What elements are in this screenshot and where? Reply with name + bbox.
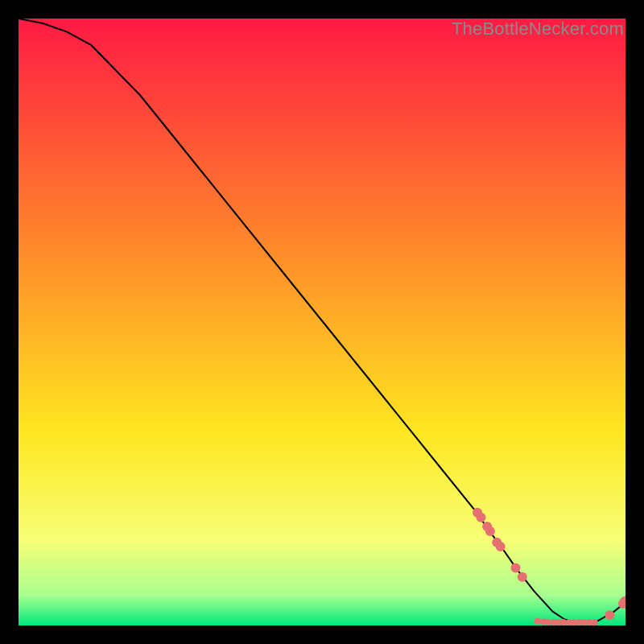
data-marker xyxy=(496,542,506,551)
data-marker xyxy=(605,610,614,620)
data-marker xyxy=(485,526,495,536)
watermark-text: TheBottleNecker.com xyxy=(452,19,624,39)
data-marker xyxy=(477,513,486,522)
chart-frame: TheBottleNecker.com xyxy=(19,19,625,625)
data-marker xyxy=(511,563,521,572)
data-marker xyxy=(535,618,541,625)
data-marker xyxy=(518,572,527,582)
chart-svg xyxy=(19,19,625,625)
